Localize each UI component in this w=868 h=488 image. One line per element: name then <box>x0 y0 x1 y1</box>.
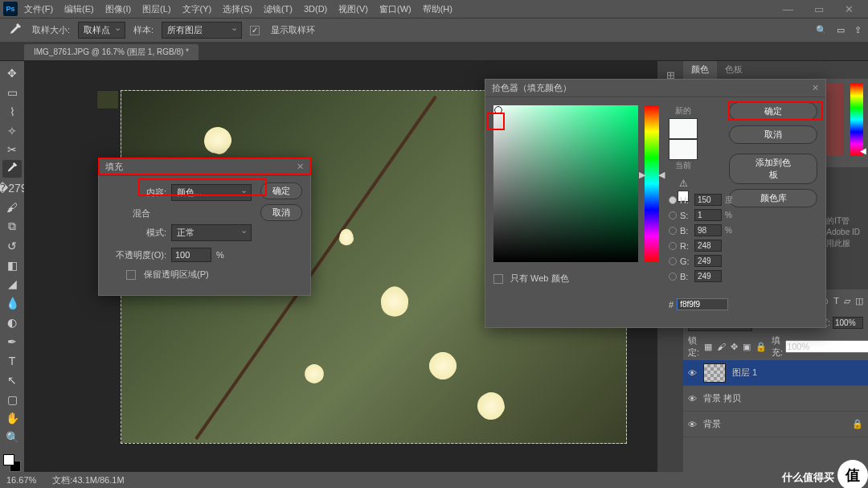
s-input[interactable] <box>694 209 722 221</box>
menu-filter[interactable]: 滤镜(T) <box>259 2 297 17</box>
lock-paint-icon[interactable]: 🖌 <box>717 342 726 351</box>
sample-size-dropdown[interactable]: 取样点 <box>78 22 125 39</box>
document-tab[interactable]: IMG_8761.JPG @ 16.7% (图层 1, RGB/8) * <box>24 44 199 60</box>
tab-swatches[interactable]: 色板 <box>717 61 751 79</box>
layer-row[interactable]: 👁 背景 拷贝 <box>683 386 868 412</box>
opacity-input[interactable] <box>171 248 211 262</box>
layer-row[interactable]: 👁 图层 1 <box>683 360 868 386</box>
b-radio[interactable] <box>669 227 677 235</box>
maximize-icon[interactable]: ▭ <box>809 2 829 17</box>
color-swatches[interactable] <box>3 454 21 472</box>
share-icon[interactable]: ⇪ <box>854 25 862 35</box>
warning-icon[interactable]: ⚠ <box>669 178 698 189</box>
menu-3d[interactable]: 3D(D) <box>299 2 332 15</box>
brush-tool[interactable]: 🖌 <box>2 199 22 216</box>
menu-help[interactable]: 帮助(H) <box>418 2 457 17</box>
close-icon[interactable]: ✕ <box>840 2 858 17</box>
bb-radio[interactable] <box>669 273 677 281</box>
menu-image[interactable]: 图像(I) <box>100 2 136 17</box>
menu-view[interactable]: 视图(V) <box>334 2 373 17</box>
g-input[interactable] <box>694 255 722 267</box>
lasso-tool[interactable]: ⌇ <box>2 103 22 121</box>
lock-artboard-icon[interactable]: ▣ <box>743 342 751 352</box>
visibility-icon[interactable]: 👁 <box>688 368 697 378</box>
sv-field[interactable] <box>493 105 638 262</box>
crop-tool[interactable]: ✂ <box>2 141 22 158</box>
r-input[interactable] <box>694 240 722 252</box>
close-icon[interactable]: ✕ <box>812 83 819 93</box>
layer-fill-input[interactable] <box>785 340 868 353</box>
heal-tool[interactable]: �279 <box>2 179 22 197</box>
webonly-checkbox[interactable] <box>493 274 503 284</box>
color-hue-strip[interactable]: ◀ <box>850 84 863 156</box>
mode-dropdown[interactable]: 正常 <box>171 224 252 241</box>
content-dropdown[interactable]: 颜色... <box>171 184 252 201</box>
eyedropper-icon <box>6 22 24 39</box>
layer-row[interactable]: 👁 背景 🔒 <box>683 412 868 437</box>
ok-button[interactable]: 确定 <box>260 182 302 199</box>
ok-button[interactable]: 确定 <box>729 102 817 121</box>
gradient-tool[interactable]: ◢ <box>2 275 22 293</box>
filter-type-icon[interactable]: T <box>833 296 839 306</box>
lock-all-icon[interactable]: 🔒 <box>755 342 767 352</box>
h-radio[interactable] <box>669 196 677 204</box>
eraser-tool[interactable]: ◧ <box>2 256 22 274</box>
workspace-icon[interactable]: ▭ <box>837 25 845 35</box>
hex-input[interactable] <box>677 298 728 310</box>
bv-input[interactable] <box>694 224 722 236</box>
history-brush-tool[interactable]: ↺ <box>2 237 22 255</box>
type-tool[interactable]: T <box>2 352 22 370</box>
current-color-swatch[interactable] <box>669 139 698 160</box>
menu-type[interactable]: 文字(Y) <box>178 2 217 17</box>
dodge-tool[interactable]: ◐ <box>2 314 22 331</box>
search-icon[interactable]: 🔍 <box>816 25 827 35</box>
lock-pixels-icon[interactable]: ▦ <box>704 342 712 352</box>
bb-input[interactable] <box>694 270 722 282</box>
layer-opacity-input[interactable] <box>833 317 863 329</box>
fg-color-swatch[interactable] <box>3 454 14 465</box>
preserve-checkbox[interactable] <box>126 270 136 280</box>
filter-shape-icon[interactable]: ▱ <box>844 296 850 306</box>
move-tool[interactable]: ✥ <box>2 64 22 82</box>
menu-layer[interactable]: 图层(L) <box>137 2 175 17</box>
pen-tool[interactable]: ✒ <box>2 333 22 351</box>
minimize-icon[interactable]: — <box>778 2 798 17</box>
add-swatch-button[interactable]: 添加到色板 <box>729 154 817 184</box>
filter-smart-icon[interactable]: ◫ <box>855 296 863 306</box>
h-input[interactable] <box>694 194 722 206</box>
visibility-icon[interactable]: 👁 <box>688 420 697 429</box>
zoom-level[interactable]: 16.67% <box>6 475 36 485</box>
shape-tool[interactable]: ▢ <box>2 391 22 408</box>
eyedropper-tool[interactable] <box>2 160 22 178</box>
tab-color[interactable]: 颜色 <box>683 61 717 79</box>
lock-move-icon[interactable]: ✥ <box>731 342 738 352</box>
wand-tool[interactable]: ✧ <box>2 122 22 140</box>
menu-file[interactable]: 文件(F) <box>19 2 58 17</box>
r-radio[interactable] <box>669 242 677 250</box>
layer-name[interactable]: 图层 1 <box>732 367 757 379</box>
layer-name[interactable]: 背景 拷贝 <box>703 392 741 404</box>
s-radio[interactable] <box>669 211 677 219</box>
path-tool[interactable]: ↖ <box>2 371 22 389</box>
app-icon: Ps <box>3 2 18 16</box>
hue-slider[interactable]: ▶◀ <box>645 105 659 262</box>
sv-cursor[interactable] <box>494 106 502 114</box>
new-label: 新的 <box>669 105 698 117</box>
menu-select[interactable]: 选择(S) <box>218 2 257 17</box>
marquee-tool[interactable]: ▭ <box>2 84 22 101</box>
layer-name[interactable]: 背景 <box>703 418 721 430</box>
show-ring-checkbox[interactable] <box>250 26 260 35</box>
menu-edit[interactable]: 编辑(E) <box>59 2 99 17</box>
cancel-button[interactable]: 取消 <box>729 125 817 144</box>
g-radio[interactable] <box>669 257 677 265</box>
menu-window[interactable]: 窗口(W) <box>375 2 416 17</box>
blur-tool[interactable]: 💧 <box>2 294 22 312</box>
cancel-button[interactable]: 取消 <box>260 204 302 221</box>
stamp-tool[interactable]: ⧉ <box>2 218 22 236</box>
new-color-swatch <box>669 118 698 139</box>
close-icon[interactable]: ✕ <box>297 162 304 172</box>
sample-dropdown[interactable]: 所有图层 <box>162 22 242 39</box>
zoom-tool[interactable]: 🔍 <box>2 429 22 446</box>
hand-tool[interactable]: ✋ <box>2 409 22 427</box>
visibility-icon[interactable]: 👁 <box>688 394 697 404</box>
